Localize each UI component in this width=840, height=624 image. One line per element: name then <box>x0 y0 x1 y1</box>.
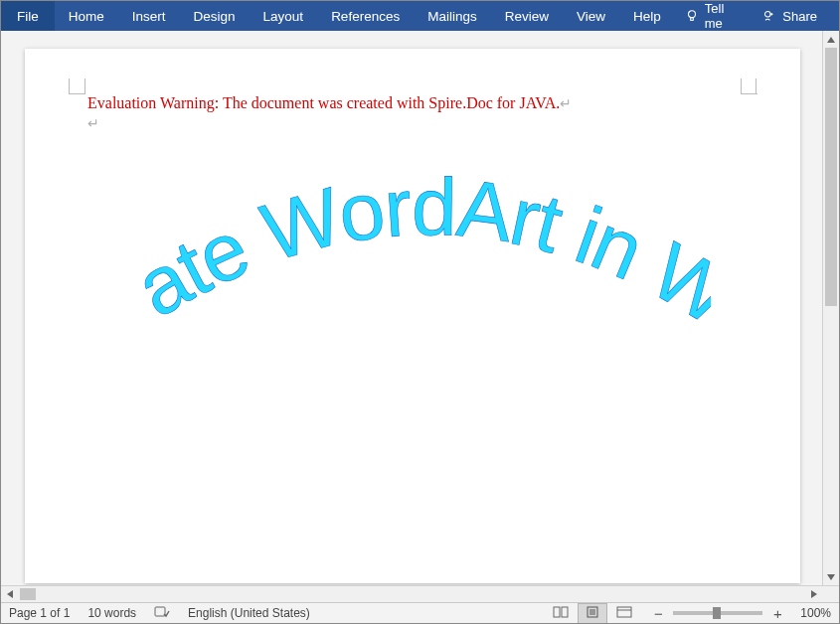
status-right: − + 100% <box>546 603 831 624</box>
tab-mailings[interactable]: Mailings <box>414 1 491 31</box>
ribbon: File Home Insert Design Layout Reference… <box>1 1 839 31</box>
horizontal-scrollbar[interactable] <box>1 585 839 602</box>
tab-home[interactable]: Home <box>55 1 118 31</box>
tab-review[interactable]: Review <box>491 1 563 31</box>
margin-marker-top-right <box>741 78 756 94</box>
print-layout-icon <box>586 606 599 621</box>
share-icon <box>762 9 776 23</box>
zoom-slider-handle[interactable] <box>713 607 721 619</box>
horizontal-scroll-thumb[interactable] <box>20 588 36 600</box>
tab-references[interactable]: References <box>317 1 414 31</box>
print-layout-button[interactable] <box>578 603 607 624</box>
svg-point-0 <box>688 11 695 18</box>
paragraph-mark-icon: ↵ <box>87 115 99 132</box>
wordart-text: Create WordArt in Word <box>144 158 711 343</box>
spellcheck-icon <box>154 605 170 622</box>
share-label: Share <box>782 9 817 24</box>
vertical-scrollbar[interactable] <box>822 31 839 585</box>
chevron-left-icon <box>7 590 13 598</box>
svg-rect-11 <box>617 607 631 617</box>
page-number-status[interactable]: Page 1 of 1 <box>9 606 70 620</box>
scroll-left-button[interactable] <box>1 586 18 602</box>
tab-help[interactable]: Help <box>619 1 675 31</box>
svg-rect-6 <box>562 607 568 617</box>
tab-file[interactable]: File <box>1 1 55 31</box>
document-area: Evaluation Warning: The document was cre… <box>1 31 822 585</box>
svg-rect-1 <box>690 18 693 21</box>
zoom-percent[interactable]: 100% <box>800 606 831 620</box>
tab-design[interactable]: Design <box>180 1 250 31</box>
margin-marker-top-left <box>69 78 84 94</box>
tab-layout[interactable]: Layout <box>250 1 318 31</box>
tab-view[interactable]: View <box>563 1 619 31</box>
web-layout-button[interactable] <box>609 603 639 624</box>
svg-rect-5 <box>554 607 560 617</box>
scroll-down-button[interactable] <box>823 568 839 585</box>
vertical-scroll-thumb[interactable] <box>825 48 837 306</box>
spellcheck-status[interactable] <box>154 605 170 622</box>
zoom-out-button[interactable]: − <box>649 604 667 622</box>
evaluation-warning-text: Evaluation Warning: The document was cre… <box>87 94 572 112</box>
document-page[interactable]: Evaluation Warning: The document was cre… <box>25 49 800 583</box>
word-count-status[interactable]: 10 words <box>87 606 136 620</box>
status-bar: Page 1 of 1 10 words English (United Sta… <box>1 602 839 623</box>
svg-point-2 <box>765 11 771 17</box>
svg-text:Create WordArt in Word: Create WordArt in Word <box>144 158 711 343</box>
read-mode-button[interactable] <box>546 603 576 624</box>
scrollbar-corner <box>822 586 839 602</box>
svg-rect-4 <box>155 607 165 616</box>
lightbulb-icon <box>685 9 699 23</box>
horizontal-scroll-track[interactable] <box>18 586 805 602</box>
tell-me-search[interactable]: Tell me <box>675 1 750 31</box>
wordart-object[interactable]: Create WordArt in Word <box>144 158 711 357</box>
share-button[interactable]: Share <box>755 9 825 24</box>
scroll-right-button[interactable] <box>805 586 822 602</box>
read-mode-icon <box>553 606 569 621</box>
tell-me-label: Tell me <box>705 1 740 31</box>
tab-insert[interactable]: Insert <box>118 1 180 31</box>
chevron-right-icon <box>811 590 817 598</box>
chevron-up-icon <box>827 37 835 43</box>
zoom-in-button[interactable]: + <box>768 604 786 622</box>
vertical-scroll-track[interactable] <box>823 48 839 568</box>
chevron-down-icon <box>827 574 835 580</box>
ribbon-tabs: File Home Insert Design Layout Reference… <box>1 1 675 31</box>
scroll-up-button[interactable] <box>823 31 839 48</box>
zoom-slider[interactable] <box>673 611 762 615</box>
language-status[interactable]: English (United States) <box>188 606 310 620</box>
status-left: Page 1 of 1 10 words English (United Sta… <box>9 605 310 622</box>
warning-text: Evaluation Warning: The document was cre… <box>87 94 560 111</box>
web-layout-icon <box>616 606 632 621</box>
ribbon-right: Tell me Share <box>675 1 833 31</box>
zoom-controls: − + 100% <box>649 604 831 622</box>
paragraph-mark-icon: ↵ <box>560 96 572 111</box>
